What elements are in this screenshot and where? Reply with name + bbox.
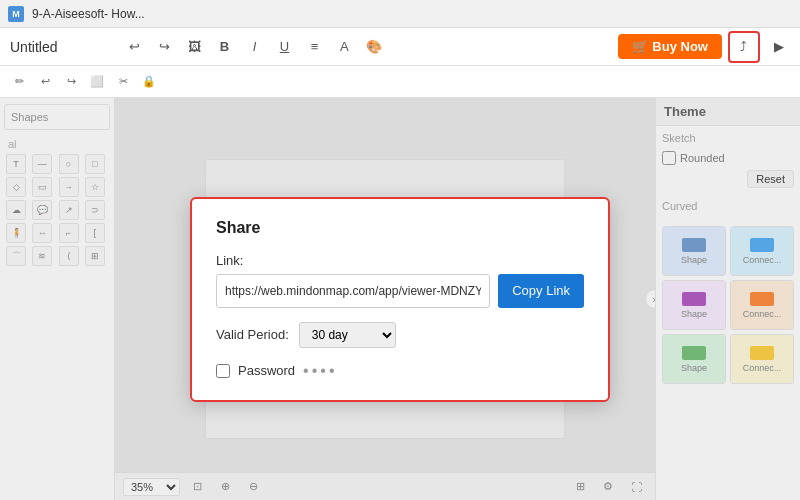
share-button[interactable]: ⤴: [728, 31, 760, 63]
more-button[interactable]: ▶: [766, 34, 792, 60]
bold-button[interactable]: B: [211, 34, 237, 60]
tab-text: 9-A-Aiseesoft- How...: [32, 7, 145, 21]
password-checkbox[interactable]: [216, 364, 230, 378]
draw-button[interactable]: ✏: [8, 71, 30, 93]
password-dots: ••••: [303, 362, 337, 380]
undo-button[interactable]: ↩: [121, 34, 147, 60]
cart-icon: 🛒: [632, 39, 648, 54]
lock-button[interactable]: 🔒: [138, 71, 160, 93]
forward-button[interactable]: ↪: [60, 71, 82, 93]
back-button[interactable]: ↩: [34, 71, 56, 93]
toolbar-right: 🛒 Buy Now ⤴ ▶: [618, 31, 792, 63]
link-row: Copy Link: [216, 274, 584, 308]
align-button[interactable]: ≡: [301, 34, 327, 60]
valid-period-row: Valid Period: 30 day 7 day 90 day Perman…: [216, 322, 584, 348]
redo-button[interactable]: ↪: [151, 34, 177, 60]
font-button[interactable]: A: [331, 34, 357, 60]
link-label: Link:: [216, 253, 584, 268]
modal-title: Share: [216, 219, 584, 237]
share-icon: ⤴: [740, 39, 747, 54]
italic-button[interactable]: I: [241, 34, 267, 60]
copy-link-button[interactable]: Copy Link: [498, 274, 584, 308]
password-row: Password ••••: [216, 362, 584, 380]
crop-button[interactable]: ✂: [112, 71, 134, 93]
shape-button[interactable]: ⬜: [86, 71, 108, 93]
toolbar-center: ↩ ↪ 🖼 B I U ≡ A 🎨: [121, 34, 387, 60]
modal-overlay: Share Link: Copy Link Valid Period: 30 d…: [0, 98, 800, 500]
secondary-toolbar: ✏ ↩ ↪ ⬜ ✂ 🔒: [0, 66, 800, 98]
password-label: Password: [238, 363, 295, 378]
share-modal: Share Link: Copy Link Valid Period: 30 d…: [190, 197, 610, 402]
main-toolbar: Untitled ↩ ↪ 🖼 B I U ≡ A 🎨 🛒 Buy Now ⤴ ▶: [0, 28, 800, 66]
app-icon: M: [8, 6, 24, 22]
buy-now-button[interactable]: 🛒 Buy Now: [618, 34, 722, 59]
link-input[interactable]: [216, 274, 490, 308]
valid-period-label: Valid Period:: [216, 327, 289, 342]
valid-period-select[interactable]: 30 day 7 day 90 day Permanent: [299, 322, 396, 348]
underline-button[interactable]: U: [271, 34, 297, 60]
title-bar: M 9-A-Aiseesoft- How...: [0, 0, 800, 28]
image-button[interactable]: 🖼: [181, 34, 207, 60]
color-button[interactable]: 🎨: [361, 34, 387, 60]
main-layout: al T — ○ □ ◇ ▭ → ☆ ☁ 💬 ↗ ⊃ 🧍 ↔ ⌐ [ ⌒ ≋ ⟨: [0, 98, 800, 500]
document-title: Untitled: [10, 39, 57, 55]
